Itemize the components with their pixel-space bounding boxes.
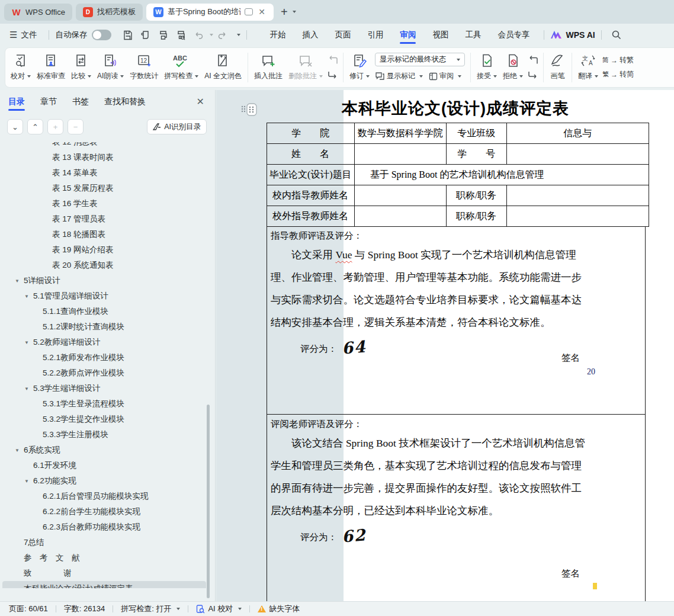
toc-item[interactable]: 表 12 消息表 <box>2 142 206 150</box>
toc-item[interactable]: 表 14 菜单表 <box>2 165 206 181</box>
table-cell[interactable]: 毕业论文(设计)题目 <box>267 165 355 185</box>
menu-tab-审阅[interactable]: 审阅 <box>391 25 424 45</box>
menu-tab-引用[interactable]: 引用 <box>359 25 391 45</box>
toc-item[interactable]: 5.2.1教师发布作业模块 <box>2 350 206 365</box>
toc-item[interactable]: 致 谢 <box>2 566 206 581</box>
toc-item[interactable]: ▼6系统实现 <box>2 442 206 458</box>
table-cell[interactable]: 学 号 <box>446 144 506 165</box>
wps-ai-button[interactable]: WPS AI <box>550 30 595 40</box>
toc-item[interactable]: 6.1开发环境 <box>2 458 206 473</box>
toc-item[interactable]: ▼5.2教师端详细设计 <box>2 335 206 350</box>
menu-tab-工具[interactable]: 工具 <box>457 25 489 45</box>
demote-button[interactable]: − <box>68 119 84 134</box>
toc-collapse-arrow-icon[interactable]: ▼ <box>24 479 29 484</box>
table-cell[interactable] <box>506 144 649 165</box>
traditional-to-simplified-button[interactable]: 繁→转简 <box>602 69 634 79</box>
toc-collapse-arrow-icon[interactable]: ▼ <box>24 294 29 299</box>
toc-collapse-arrow-icon[interactable]: ▼ <box>24 340 29 345</box>
table-cell[interactable]: 职称/职务 <box>446 185 506 206</box>
markup-state-dropdown[interactable]: 显示标记的最终状态 <box>375 53 465 66</box>
table-cell[interactable]: 职称/职务 <box>446 206 506 227</box>
table-cell[interactable] <box>506 185 649 206</box>
quick-toolbar-caret-icon[interactable] <box>237 34 240 36</box>
sidebar-tab-章节[interactable]: 章节 <box>40 97 57 112</box>
toc-item[interactable]: 表 19 网站介绍表 <box>2 242 206 258</box>
tab-close-icon[interactable]: ✕ <box>257 7 267 17</box>
toc-item[interactable]: 5.3.1学生登录流程模块 <box>2 396 206 412</box>
toc-item[interactable]: 表 20 系统通知表 <box>2 258 206 273</box>
undo-icon[interactable] <box>191 28 206 42</box>
menu-tab-插入[interactable]: 插入 <box>294 25 326 45</box>
missing-font-warning[interactable]: 缺失字体 <box>258 604 300 614</box>
delete-comment-button[interactable]: 删除批注 <box>285 50 326 85</box>
table-cell[interactable]: 校外指导教师姓名 <box>267 206 355 227</box>
table-cell[interactable]: 学 院 <box>267 123 355 144</box>
toc-item[interactable]: 6.2.3后台教师功能模块实现 <box>2 519 206 535</box>
next-change-icon[interactable] <box>527 69 539 81</box>
toc-item[interactable]: 5.2.2教师点评作业模块 <box>2 365 206 381</box>
standard-review-button[interactable]: 标准审查 <box>34 50 68 85</box>
table-cell[interactable]: 信息与 <box>506 123 649 144</box>
table-move-handle-icon[interactable] <box>240 102 258 119</box>
collapse-all-button[interactable]: ⌄ <box>7 119 23 134</box>
sidebar-tab-查找和替换[interactable]: 查找和替换 <box>104 97 146 112</box>
toc-item[interactable]: 参 考 文 献 <box>2 550 206 566</box>
menu-tab-会员专享[interactable]: 会员专享 <box>489 25 538 45</box>
promote-button[interactable]: + <box>47 119 63 134</box>
print-icon[interactable] <box>155 28 171 42</box>
toc-collapse-arrow-icon[interactable]: ▼ <box>24 386 29 392</box>
sidebar-tab-目录[interactable]: 目录 <box>8 97 25 112</box>
ai-polish-button[interactable]: AI 全文润色 <box>201 50 245 85</box>
sidebar-tab-书签[interactable]: 书签 <box>72 97 89 112</box>
menu-tab-页面[interactable]: 页面 <box>326 25 359 45</box>
table-cell[interactable] <box>354 206 446 227</box>
spell-check-status[interactable]: 拼写检查: 打开 <box>121 604 180 614</box>
insert-comment-button[interactable]: 插入批注 <box>251 50 285 85</box>
page-indicator[interactable]: 页面: 60/61 <box>9 604 48 614</box>
reject-button[interactable]: 拒绝 <box>500 50 526 85</box>
toc-item[interactable]: 6.2.1后台管理员功能模块实现 <box>2 489 206 504</box>
table-cell[interactable] <box>506 206 649 227</box>
search-icon[interactable] <box>609 28 624 42</box>
app-tab[interactable]: D找稻壳模板 <box>76 4 143 21</box>
print-preview-icon[interactable] <box>173 28 188 42</box>
save-icon[interactable] <box>120 28 135 42</box>
simplified-to-traditional-button[interactable]: 简→转繁 <box>602 55 634 65</box>
table-cell[interactable]: 姓 名 <box>267 144 355 165</box>
toc-item[interactable]: 表 13 课表时间表 <box>2 150 206 165</box>
show-markup-button[interactable]: 显示标记 <box>375 71 423 81</box>
toc-item[interactable]: 6.2.2前台学生功能模块实现 <box>2 504 206 519</box>
app-tab[interactable]: W基于Spring Boot的培训机构✕ <box>146 4 274 21</box>
redo-icon[interactable] <box>214 28 230 42</box>
new-tab-button[interactable]: + <box>281 5 288 19</box>
toc-item[interactable]: ▼6.2功能实现 <box>2 473 206 489</box>
word-count-indicator[interactable]: 字数: 26134 <box>64 604 105 614</box>
toc-item[interactable]: 本科毕业论文(设计)成绩评定表 <box>2 581 206 588</box>
proofread-button[interactable]: 校对 <box>8 50 34 85</box>
table-cell[interactable]: 专业班级 <box>446 123 506 144</box>
hamburger-icon[interactable]: ☰ <box>9 30 17 40</box>
toc-item[interactable]: 5.3.3学生注册模块 <box>2 427 206 442</box>
compare-button[interactable]: 比较 <box>68 50 94 85</box>
toc-item[interactable]: 5.3.2学生提交作业模块 <box>2 412 206 427</box>
translate-button[interactable]: 文A 翻译 <box>575 50 601 85</box>
undo-caret-icon[interactable] <box>210 34 213 36</box>
autosave-toggle[interactable] <box>92 30 111 40</box>
app-tab[interactable]: WWPS Office <box>4 4 72 21</box>
expand-all-button[interactable]: ⌃ <box>27 119 43 134</box>
ai-proof-status[interactable]: AI 校对 <box>196 604 242 614</box>
toc-item[interactable]: ▼5详细设计 <box>2 273 206 288</box>
tab-comment-badge-icon[interactable] <box>245 8 253 15</box>
toc-item[interactable]: ▼5.1管理员端详细设计 <box>2 288 206 304</box>
accept-button[interactable]: 接受 <box>474 50 500 85</box>
toc-item[interactable]: 表 17 管理员表 <box>2 211 206 227</box>
previous-change-icon[interactable] <box>527 54 539 66</box>
table-cell[interactable] <box>354 185 446 206</box>
toc-item[interactable]: 5.1.2课时统计查询模块 <box>2 319 206 335</box>
ink-pen-button[interactable]: 画笔 <box>547 50 569 85</box>
sidebar-scrollbar[interactable] <box>207 405 210 598</box>
toc-item[interactable]: 表 18 轮播图表 <box>2 227 206 242</box>
review-pane-button[interactable]: 审阅 <box>429 71 461 81</box>
previous-comment-icon[interactable] <box>327 54 339 66</box>
table-cell[interactable]: 数学与数据科学学院 <box>354 123 446 144</box>
